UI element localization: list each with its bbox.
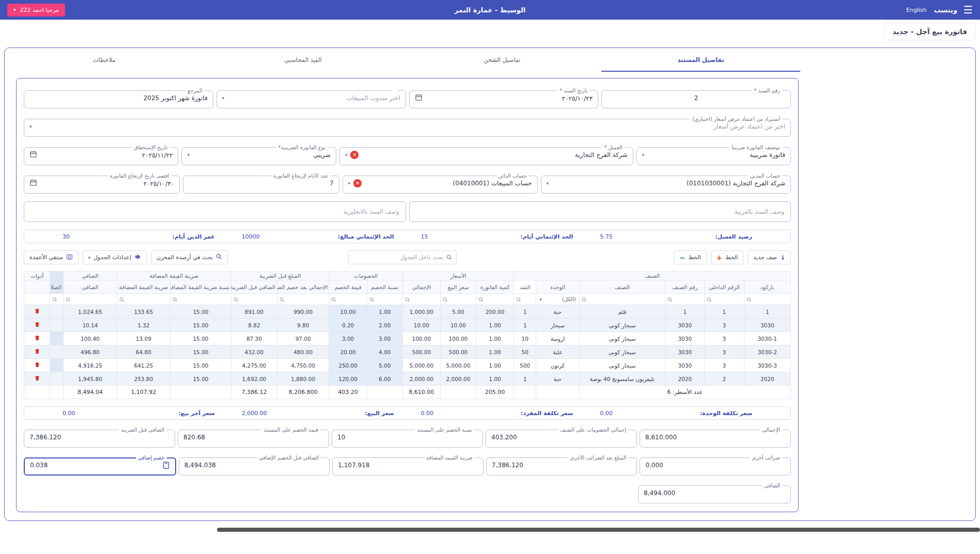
stock-balance-search-button[interactable]: بحث في أرصدة المخزن bbox=[151, 250, 228, 264]
table-cell[interactable]: 1 bbox=[744, 305, 791, 319]
table-cell[interactable]: 6.00 bbox=[367, 372, 402, 386]
search-icon[interactable] bbox=[173, 294, 178, 304]
table-cell[interactable]: 5.00 bbox=[367, 359, 402, 372]
search-icon[interactable] bbox=[478, 294, 484, 304]
column-filter-input[interactable] bbox=[665, 294, 705, 305]
column-filter-input[interactable] bbox=[402, 294, 440, 305]
calendar-icon[interactable] bbox=[29, 179, 37, 189]
column-filter-input[interactable] bbox=[705, 294, 744, 305]
table-cell[interactable]: حبة bbox=[536, 305, 579, 319]
column-filter-input[interactable] bbox=[440, 294, 476, 305]
search-icon[interactable] bbox=[405, 294, 410, 304]
delete-row-button[interactable] bbox=[34, 335, 40, 341]
table-cell[interactable] bbox=[50, 345, 64, 359]
table-cell[interactable]: 2.00 bbox=[367, 319, 402, 332]
search-icon[interactable] bbox=[279, 294, 285, 304]
font-decrease-button[interactable]: الخط − bbox=[674, 250, 707, 264]
table-cell[interactable]: 1,024.65 bbox=[64, 305, 117, 319]
table-cell[interactable]: 1,692.00 bbox=[231, 372, 277, 386]
table-search-box[interactable] bbox=[348, 250, 457, 264]
clear-icon[interactable]: × bbox=[353, 179, 362, 187]
table-cell[interactable]: حبة bbox=[536, 372, 579, 386]
language-switcher[interactable]: English bbox=[906, 7, 927, 13]
search-icon[interactable] bbox=[66, 294, 71, 304]
table-cell[interactable]: 1.00 bbox=[476, 345, 514, 359]
delete-row-button[interactable] bbox=[34, 361, 40, 368]
table-cell[interactable]: 253.80 bbox=[117, 372, 170, 386]
column-filter-input[interactable] bbox=[476, 294, 514, 305]
table-cell[interactable]: 3.00 bbox=[329, 332, 367, 345]
clear-icon[interactable]: × bbox=[350, 151, 359, 159]
table-cell[interactable]: 4,750.00 bbox=[277, 359, 329, 372]
table-cell[interactable]: 1,945.80 bbox=[64, 372, 117, 386]
table-cell[interactable]: 1.00 bbox=[367, 305, 402, 319]
table-cell[interactable]: 10.00 bbox=[329, 305, 367, 319]
table-cell[interactable]: 3030 bbox=[665, 319, 705, 332]
table-cell[interactable]: 15.00 bbox=[170, 319, 231, 332]
table-cell[interactable]: 133.65 bbox=[117, 305, 170, 319]
summary-field[interactable]: الإجمالي8,610.000 bbox=[640, 427, 791, 448]
column-filter-input[interactable] bbox=[64, 294, 117, 305]
table-cell[interactable]: 1 bbox=[514, 319, 536, 332]
table-cell[interactable]: 5,000.00 bbox=[402, 359, 440, 372]
search-icon[interactable] bbox=[667, 294, 673, 304]
table-cell[interactable]: 1 bbox=[514, 305, 536, 319]
table-cell[interactable]: 3 bbox=[705, 359, 744, 372]
delete-row-button[interactable] bbox=[34, 348, 40, 355]
table-search-input[interactable] bbox=[353, 254, 443, 261]
table-cell[interactable]: 15.00 bbox=[170, 305, 231, 319]
table-cell[interactable]: 10.00 bbox=[402, 319, 440, 332]
table-cell[interactable]: 1.32 bbox=[117, 319, 170, 332]
table-cell[interactable]: 480.00 bbox=[277, 345, 329, 359]
tab-document-details[interactable]: تفاصيل المستند bbox=[601, 48, 800, 72]
table-cell[interactable]: 4,916.25 bbox=[64, 359, 117, 372]
table-cell[interactable]: 87.30 bbox=[231, 332, 277, 345]
table-cell[interactable]: 100.00 bbox=[402, 332, 440, 345]
table-cell[interactable]: 250.00 bbox=[329, 359, 367, 372]
table-cell[interactable]: 10 bbox=[514, 332, 536, 345]
table-cell[interactable]: 2 bbox=[705, 372, 744, 386]
quote-import-select[interactable]: استيراد من اعتماد عرض أسعار (اختياري) اخ… bbox=[24, 116, 791, 137]
column-filter-input[interactable] bbox=[514, 294, 536, 305]
table-cell[interactable]: سيجار كوبي bbox=[579, 332, 665, 345]
table-cell[interactable]: 496.80 bbox=[64, 345, 117, 359]
column-filter-input[interactable] bbox=[329, 294, 367, 305]
search-icon[interactable] bbox=[707, 294, 712, 304]
due-date-field[interactable]: تاريخ الإستحقاق ٢٠٢٥/١١/٢٢ bbox=[24, 145, 178, 165]
table-settings-button[interactable]: إعدادات الجدول ▾ bbox=[83, 250, 147, 264]
table-cell[interactable]: 15.00 bbox=[170, 359, 231, 372]
table-cell[interactable]: 1.00 bbox=[476, 319, 514, 332]
customer-select[interactable]: العميل * شركة الفرج التجارية × ▾ bbox=[339, 145, 633, 165]
table-cell[interactable]: سيجار كوبي bbox=[579, 319, 665, 332]
table-cell[interactable]: 64.80 bbox=[117, 345, 170, 359]
table-cell[interactable] bbox=[50, 305, 64, 319]
description-english-input[interactable]: وصف السند بالانجليزية bbox=[24, 201, 406, 222]
debit-account-select[interactable]: حساب المدين شركة الفرج التجارية (0101030… bbox=[541, 173, 791, 194]
search-icon[interactable] bbox=[119, 294, 125, 304]
table-cell[interactable] bbox=[50, 332, 64, 345]
table-cell[interactable]: 97.00 bbox=[277, 332, 329, 345]
table-cell[interactable]: 100.40 bbox=[64, 332, 117, 345]
table-cell[interactable]: 15.00 bbox=[170, 332, 231, 345]
table-cell[interactable]: 1.00 bbox=[476, 332, 514, 345]
table-cell[interactable]: 1.00 bbox=[476, 372, 514, 386]
summary-field[interactable]: ضريبة القيمة المضافة1,107.918 bbox=[332, 455, 484, 476]
table-cell[interactable]: 20.00 bbox=[329, 345, 367, 359]
table-cell[interactable]: 500.00 bbox=[402, 345, 440, 359]
table-cell[interactable]: سيجار bbox=[536, 319, 579, 332]
table-cell[interactable]: قلم bbox=[579, 305, 665, 319]
summary-field[interactable]: قيمة الخصم على المستند820.68 bbox=[178, 427, 329, 448]
column-filter-select[interactable]: (الكل)▾ bbox=[536, 294, 579, 305]
search-icon[interactable] bbox=[746, 294, 752, 304]
column-filter-input[interactable] bbox=[170, 294, 231, 305]
table-cell[interactable]: 0.20 bbox=[329, 319, 367, 332]
table-cell[interactable]: 500.00 bbox=[440, 345, 476, 359]
table-cell[interactable]: 3030-2 bbox=[744, 345, 791, 359]
table-cell[interactable]: 500 bbox=[514, 359, 536, 372]
table-cell[interactable]: 5,000.00 bbox=[440, 359, 476, 372]
table-cell[interactable]: 3030 bbox=[665, 332, 705, 345]
summary-field[interactable]: إجمالي الخصومات على الصنف403.200 bbox=[486, 427, 637, 448]
doc-date-field[interactable]: تاريخ السند * ٢٠٢٥/١٠/٢٣ bbox=[409, 88, 599, 108]
font-increase-button[interactable]: الخط + bbox=[711, 250, 744, 264]
table-cell[interactable]: 8.82 bbox=[231, 319, 277, 332]
